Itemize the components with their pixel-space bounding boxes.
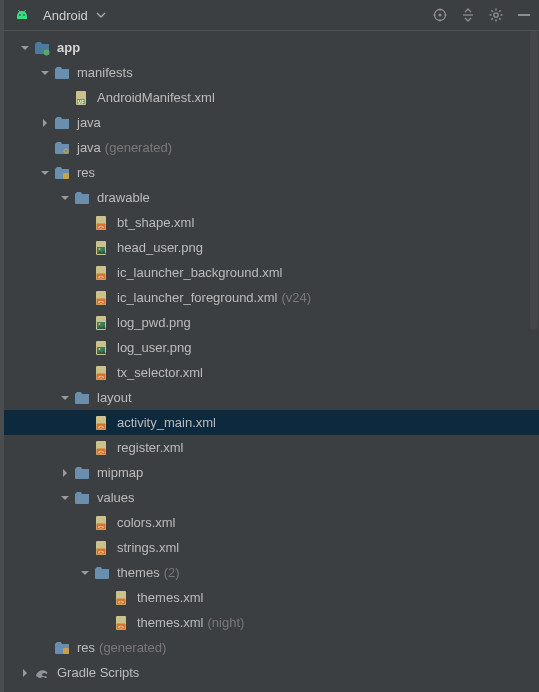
expand-arrow-down-icon[interactable]: [38, 66, 52, 80]
tree-node-strings[interactable]: <>strings.xml: [4, 535, 539, 560]
svg-line-4: [24, 10, 26, 12]
tree-node-themes1[interactable]: <>themes.xml: [4, 585, 539, 610]
tree-node-tx-selector[interactable]: <>tx_selector.xml: [4, 360, 539, 385]
expand-arrow-right-icon[interactable]: [58, 466, 72, 480]
svg-point-1: [19, 14, 21, 16]
svg-text:<>: <>: [98, 448, 104, 454]
node-label: manifests: [77, 60, 133, 85]
svg-point-22: [44, 49, 50, 55]
node-suffix: (generated): [105, 135, 172, 160]
svg-point-12: [494, 13, 498, 17]
node-label: ic_launcher_background.xml: [117, 260, 282, 285]
expand-arrow-down-icon[interactable]: [58, 191, 72, 205]
folder-icon: [54, 115, 70, 131]
xml-orange-icon: <>: [94, 290, 110, 306]
tree-node-app[interactable]: app: [4, 35, 539, 60]
expand-arrow-right-icon[interactable]: [38, 116, 52, 130]
tree-node-res[interactable]: res: [4, 160, 539, 185]
svg-rect-0: [17, 17, 27, 19]
module-icon: [34, 40, 50, 56]
node-label: mipmap: [97, 460, 143, 485]
svg-text:<>: <>: [98, 548, 104, 554]
node-label: bt_shape.xml: [117, 210, 194, 235]
node-label: strings.xml: [117, 535, 179, 560]
node-suffix: (generated): [99, 635, 166, 660]
xml-orange-icon: <>: [94, 365, 110, 381]
node-suffix: (2): [164, 560, 180, 585]
folder-icon: [74, 465, 90, 481]
node-suffix: (v24): [281, 285, 311, 310]
node-suffix: (night): [207, 610, 244, 635]
project-tree[interactable]: appmanifestsMFAndroidManifest.xmljavajav…: [4, 31, 539, 692]
svg-text:<>: <>: [98, 223, 104, 229]
tree-node-manifests[interactable]: manifests: [4, 60, 539, 85]
expand-arrow-right-icon[interactable]: [18, 666, 32, 680]
tree-node-register[interactable]: <>register.xml: [4, 435, 539, 460]
tree-node-log-user[interactable]: log_user.png: [4, 335, 539, 360]
expand-arrow-down-icon[interactable]: [18, 41, 32, 55]
node-label: res: [77, 635, 95, 660]
svg-line-20: [499, 10, 500, 11]
svg-line-18: [499, 18, 500, 19]
tree-node-androidmanifest[interactable]: MFAndroidManifest.xml: [4, 85, 539, 110]
tree-node-themes-dir[interactable]: themes(2): [4, 560, 539, 585]
folder-icon: [74, 390, 90, 406]
tree-node-java-gen[interactable]: java(generated): [4, 135, 539, 160]
tree-node-res-gen[interactable]: res(generated): [4, 635, 539, 660]
expand-arrow-down-icon[interactable]: [78, 566, 92, 580]
node-label: app: [57, 35, 80, 60]
node-label: values: [97, 485, 135, 510]
manifest-icon: MF: [74, 90, 90, 106]
tree-node-values[interactable]: values: [4, 485, 539, 510]
node-label: log_pwd.png: [117, 310, 191, 335]
vertical-scrollbar[interactable]: [529, 30, 539, 692]
collapse-all-button[interactable]: [459, 6, 477, 24]
node-label: Gradle Scripts: [57, 660, 139, 685]
image-icon: [94, 340, 110, 356]
tree-node-drawable[interactable]: drawable: [4, 185, 539, 210]
project-panel: Android appmanifestsMFAndroidManifest.xm…: [0, 0, 539, 692]
xml-orange-icon: <>: [94, 440, 110, 456]
tree-node-mipmap[interactable]: mipmap: [4, 460, 539, 485]
scrollbar-thumb[interactable]: [530, 30, 538, 330]
svg-rect-31: [63, 173, 69, 179]
xml-orange-icon: <>: [94, 515, 110, 531]
expand-arrow-down-icon[interactable]: [38, 166, 52, 180]
tree-node-log-pwd[interactable]: log_pwd.png: [4, 310, 539, 335]
view-switcher[interactable]: Android: [14, 7, 431, 23]
tree-node-bt-shape[interactable]: <>bt_shape.xml: [4, 210, 539, 235]
tree-node-ic-fg[interactable]: <>ic_launcher_foreground.xml(v24): [4, 285, 539, 310]
hide-button[interactable]: [515, 6, 533, 24]
tree-node-ic-bg[interactable]: <>ic_launcher_background.xml: [4, 260, 539, 285]
svg-point-6: [438, 13, 441, 16]
image-icon: [94, 315, 110, 331]
svg-rect-71: [63, 648, 69, 654]
node-label: colors.xml: [117, 510, 176, 535]
xml-orange-icon: <>: [94, 265, 110, 281]
expand-arrow-down-icon[interactable]: [58, 391, 72, 405]
xml-orange-icon: <>: [114, 615, 130, 631]
node-label: java: [77, 135, 101, 160]
gradle-icon: [34, 665, 50, 681]
node-label: java: [77, 110, 101, 135]
select-opened-file-button[interactable]: [431, 6, 449, 24]
tree-node-activity-main[interactable]: <>activity_main.xml: [4, 410, 539, 435]
svg-rect-21: [518, 14, 530, 16]
svg-line-17: [491, 10, 492, 11]
folder-res-icon: [54, 165, 70, 181]
node-label: layout: [97, 385, 132, 410]
tree-node-layout[interactable]: layout: [4, 385, 539, 410]
tree-node-head-user[interactable]: head_user.png: [4, 235, 539, 260]
tree-node-colors[interactable]: <>colors.xml: [4, 510, 539, 535]
node-label: tx_selector.xml: [117, 360, 203, 385]
folder-res-gen-icon: [54, 640, 70, 656]
xml-orange-icon: <>: [114, 590, 130, 606]
svg-text:<>: <>: [98, 423, 104, 429]
tree-node-themes2[interactable]: <>themes.xml(night): [4, 610, 539, 635]
node-label: themes.xml: [137, 610, 203, 635]
expand-arrow-down-icon[interactable]: [58, 491, 72, 505]
node-label: register.xml: [117, 435, 183, 460]
settings-button[interactable]: [487, 6, 505, 24]
tree-node-java[interactable]: java: [4, 110, 539, 135]
tree-node-gradle-scripts[interactable]: Gradle Scripts: [4, 660, 539, 685]
